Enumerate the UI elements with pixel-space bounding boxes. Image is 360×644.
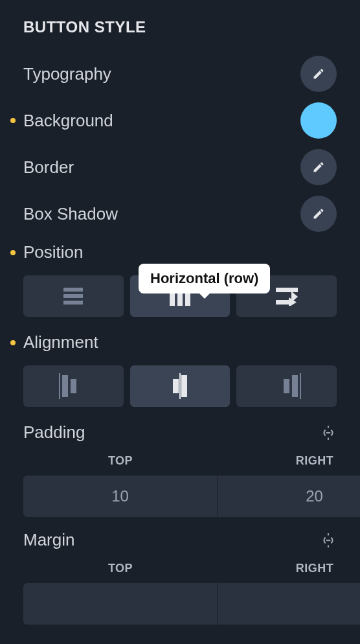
svg-rect-4 [276, 300, 289, 305]
align-end-icon [276, 375, 298, 397]
padding-right-input[interactable] [218, 476, 360, 517]
svg-rect-3 [276, 288, 298, 292]
alignment-section: Alignment [23, 332, 337, 407]
section-title: BUTTON STYLE [23, 18, 337, 36]
pencil-icon [312, 67, 325, 80]
align-center-icon [169, 375, 191, 397]
padding-top-input[interactable] [23, 476, 218, 517]
border-row: Border [23, 149, 337, 185]
padding-right-label: RIGHT [218, 454, 360, 476]
margin-top-input[interactable] [23, 583, 218, 625]
margin-right-label: RIGHT [218, 562, 360, 583]
background-label: Background [23, 111, 113, 131]
typography-edit-button[interactable] [300, 56, 337, 92]
margin-right-input[interactable] [218, 583, 360, 625]
margin-label: Margin [23, 530, 74, 550]
typography-row: Typography [23, 56, 337, 92]
box-shadow-edit-button[interactable] [300, 196, 337, 232]
pencil-icon [312, 207, 325, 220]
border-label: Border [23, 157, 74, 178]
align-start-button[interactable] [23, 365, 124, 407]
align-start-icon [62, 375, 84, 397]
position-tooltip: Horizontal (row) [139, 264, 270, 293]
wrap-icon [276, 286, 298, 306]
padding-link-toggle[interactable] [320, 424, 337, 441]
position-vertical-button[interactable] [23, 275, 124, 317]
pencil-icon [312, 161, 325, 174]
margin-section: Margin TOP RIGHT BOTTOM LEFT [23, 530, 337, 625]
align-end-button[interactable] [236, 365, 337, 407]
rows-icon [63, 288, 83, 305]
box-shadow-label: Box Shadow [23, 204, 118, 224]
padding-top-label: TOP [23, 454, 218, 476]
alignment-label: Alignment [23, 332, 337, 352]
align-center-button[interactable] [130, 365, 231, 407]
unlink-icon [320, 424, 337, 441]
background-color-swatch[interactable] [300, 102, 337, 139]
position-label: Position [23, 242, 337, 262]
padding-label: Padding [23, 422, 85, 443]
background-row: Background [23, 102, 337, 139]
position-section: Position Horizontal (row) [23, 242, 337, 317]
unlink-icon [320, 532, 337, 549]
border-edit-button[interactable] [300, 149, 337, 185]
margin-top-label: TOP [23, 562, 218, 583]
padding-section: Padding TOP RIGHT BOTTOM LEFT [23, 422, 337, 517]
box-shadow-row: Box Shadow [23, 196, 337, 232]
typography-label: Typography [23, 64, 111, 84]
margin-link-toggle[interactable] [320, 532, 337, 549]
